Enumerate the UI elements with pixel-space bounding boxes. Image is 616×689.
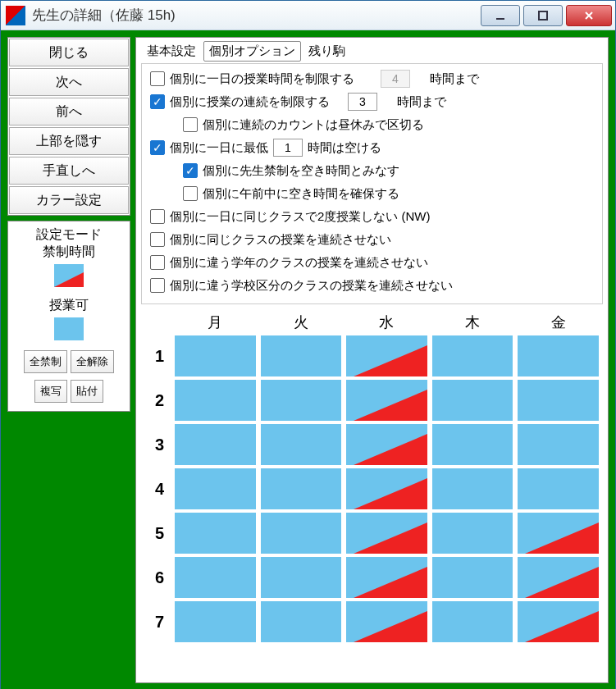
opt-no-consec-diff-grade-checkbox[interactable] <box>150 255 165 270</box>
opt-limit-hours-suffix: 時間まで <box>430 67 479 90</box>
period-label: 5 <box>143 513 172 554</box>
forbid-label: 禁制時間 <box>11 244 126 261</box>
period-label: 3 <box>143 424 172 465</box>
avail-label: 授業可 <box>11 297 126 314</box>
mode-panel: 設定モード 禁制時間 授業可 全禁制 全解除 複写 貼付 <box>7 221 130 412</box>
forbid-swatch[interactable] <box>54 264 84 287</box>
grid-row: 2 <box>143 380 601 421</box>
grid-cell[interactable] <box>261 513 342 554</box>
opt-no-consec-same-class-checkbox[interactable] <box>150 232 165 247</box>
tab-individual[interactable]: 個別オプション <box>203 41 301 62</box>
opt-limit-consec-checkbox[interactable] <box>150 94 165 109</box>
opt-min-free-suffix: 時間は空ける <box>308 136 381 159</box>
period-label: 6 <box>143 557 172 598</box>
sidebar-button-group: 閉じる 次へ 前へ 上部を隠す 手直しへ カラー設定 <box>7 37 130 216</box>
grid-header: 月 火 水 木 金 <box>143 309 601 335</box>
grid-cell[interactable] <box>261 424 342 465</box>
avail-swatch[interactable] <box>54 317 84 340</box>
grid-cell[interactable] <box>346 557 427 598</box>
opt-min-free-row: 個別に一日に最低 時間は空ける <box>150 136 594 159</box>
grid-cell[interactable] <box>175 335 256 376</box>
grid-cell[interactable] <box>261 468 342 509</box>
opt-no-consec-diff-school-checkbox[interactable] <box>150 278 165 293</box>
opt-consec-lunch-checkbox[interactable] <box>183 117 198 132</box>
paste-btn[interactable]: 貼付 <box>71 380 103 403</box>
grid-cell[interactable] <box>518 424 599 465</box>
mode-title: 設定モード <box>11 226 126 244</box>
opt-no-consec-same-class-row: 個別に同じクラスの授業を連続させない <box>150 228 594 251</box>
tab-remaining[interactable]: 残り駒 <box>303 41 351 62</box>
grid-cell[interactable] <box>346 601 427 642</box>
grid-cell[interactable] <box>432 601 513 642</box>
grid-cell[interactable] <box>175 557 256 598</box>
grid-cell[interactable] <box>261 601 342 642</box>
dialog-window: 先生の詳細（佐藤 15h) 閉じる 次へ 前へ 上部を隠す 手直しへ カラー設定… <box>0 0 616 689</box>
prev-btn[interactable]: 前へ <box>9 98 129 125</box>
opt-no-twice-checkbox[interactable] <box>150 209 165 224</box>
day-wed: 水 <box>344 309 430 335</box>
grid-cell[interactable] <box>346 513 427 554</box>
opt-min-free-checkbox[interactable] <box>150 140 165 155</box>
grid-cell[interactable] <box>261 380 342 421</box>
period-label: 1 <box>143 335 172 376</box>
close-btn[interactable]: 閉じる <box>9 39 129 66</box>
grid-row: 1 <box>143 335 601 376</box>
grid-cell[interactable] <box>432 380 513 421</box>
opt-consec-lunch-row: 個別に連続のカウントは昼休みで区切る <box>150 113 594 136</box>
all-clear-btn[interactable]: 全解除 <box>71 350 114 373</box>
grid-cell[interactable] <box>518 557 599 598</box>
opt-limit-consec-label: 個別に授業の連続を制限する <box>170 90 330 113</box>
opt-no-twice-label: 個別に一日に同じクラスで2度授業しない (NW) <box>170 205 431 228</box>
opt-am-free-checkbox[interactable] <box>183 186 198 201</box>
next-btn[interactable]: 次へ <box>9 68 129 96</box>
grid-cell[interactable] <box>346 380 427 421</box>
grid-cell[interactable] <box>432 557 513 598</box>
opt-limit-hours-input[interactable] <box>381 70 410 88</box>
grid-corner <box>143 309 172 335</box>
opt-am-free-row: 個別に午前中に空き時間を確保する <box>150 182 594 205</box>
grid-cell[interactable] <box>518 335 599 376</box>
grid-cell[interactable] <box>175 601 256 642</box>
opt-min-free-input[interactable] <box>273 139 303 157</box>
grid-cell[interactable] <box>175 424 256 465</box>
opt-limit-hours-checkbox[interactable] <box>150 71 165 86</box>
window-title: 先生の詳細（佐藤 15h) <box>32 6 481 25</box>
grid-cell[interactable] <box>518 380 599 421</box>
tab-strip: 基本設定 個別オプション 残り駒 <box>136 38 608 62</box>
grid-cell[interactable] <box>175 513 256 554</box>
tab-basic[interactable]: 基本設定 <box>141 41 202 62</box>
opt-no-consec-diff-grade-row: 個別に違う学年のクラスの授業を連続させない <box>150 251 594 274</box>
opt-min-free-label: 個別に一日に最低 <box>170 136 268 159</box>
opt-limit-consec-input[interactable] <box>348 93 377 111</box>
grid-cell[interactable] <box>432 513 513 554</box>
grid-cell[interactable] <box>346 335 427 376</box>
grid-cell[interactable] <box>261 335 342 376</box>
opt-no-consec-same-class-label: 個別に同じクラスの授業を連続させない <box>170 228 391 251</box>
grid-cell[interactable] <box>518 513 599 554</box>
grid-cell[interactable] <box>175 380 256 421</box>
grid-cell[interactable] <box>432 335 513 376</box>
to-edit-btn[interactable]: 手直しへ <box>9 157 129 185</box>
grid-cell[interactable] <box>346 468 427 509</box>
minimize-button[interactable] <box>481 5 520 26</box>
grid-cell[interactable] <box>432 424 513 465</box>
opt-no-consec-diff-school-label: 個別に違う学校区分のクラスの授業を連続させない <box>170 274 453 297</box>
grid-cell[interactable] <box>261 557 342 598</box>
all-forbid-btn[interactable]: 全禁制 <box>24 350 67 373</box>
options-panel: 個別に一日の授業時間を制限する 時間まで 個別に授業の連続を制限する 時間まで <box>141 63 603 304</box>
grid-cell[interactable] <box>346 424 427 465</box>
maximize-button[interactable] <box>523 5 563 26</box>
hide-top-btn[interactable]: 上部を隠す <box>9 127 129 155</box>
opt-limit-hours-label: 個別に一日の授業時間を制限する <box>170 67 354 90</box>
sidebar: 閉じる 次へ 前へ 上部を隠す 手直しへ カラー設定 設定モード 禁制時間 授業… <box>7 37 130 683</box>
grid-cell[interactable] <box>518 468 599 509</box>
opt-limit-consec-row: 個別に授業の連続を制限する 時間まで <box>150 90 594 113</box>
grid-cell[interactable] <box>175 468 256 509</box>
copy-btn[interactable]: 複写 <box>34 380 67 403</box>
color-settings-btn[interactable]: カラー設定 <box>9 186 129 214</box>
grid-cell[interactable] <box>432 468 513 509</box>
opt-forbid-as-free-checkbox[interactable] <box>183 163 198 178</box>
close-button[interactable] <box>566 5 612 26</box>
main-panel: 基本設定 個別オプション 残り駒 個別に一日の授業時間を制限する 時間まで 個別… <box>135 37 609 683</box>
grid-cell[interactable] <box>518 601 599 642</box>
